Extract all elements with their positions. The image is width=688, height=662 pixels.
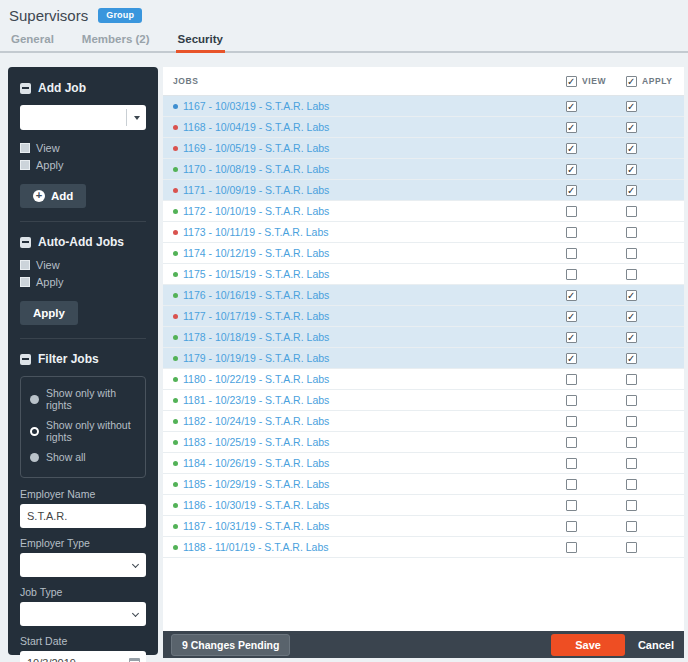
apply-checkbox[interactable] [20, 160, 30, 170]
auto-apply-checkbox-row[interactable]: Apply [20, 276, 146, 288]
apply-checkbox[interactable] [626, 311, 637, 322]
apply-checkbox[interactable] [626, 269, 637, 280]
job-combobox-input[interactable] [20, 105, 126, 130]
view-checkbox[interactable] [566, 143, 577, 154]
apply-checkbox[interactable] [626, 206, 637, 217]
changes-pending-button[interactable]: 9 Changes Pending [171, 634, 290, 656]
add-button[interactable]: Add [20, 184, 86, 208]
calendar-icon[interactable] [129, 658, 140, 662]
view-checkbox[interactable] [566, 416, 577, 427]
view-checkbox[interactable] [566, 353, 577, 364]
job-link[interactable]: 1181 - 10/23/19 - S.T.A.R. Labs [163, 394, 566, 406]
radio-button[interactable] [30, 427, 39, 436]
job-link[interactable]: 1168 - 10/04/19 - S.T.A.R. Labs [163, 121, 566, 133]
apply-header-checkbox[interactable] [626, 76, 637, 87]
cancel-button[interactable]: Cancel [638, 639, 674, 651]
view-checkbox[interactable] [566, 185, 577, 196]
view-checkbox[interactable] [566, 248, 577, 259]
radio-option[interactable]: Show only without rights [30, 419, 136, 443]
job-combobox[interactable] [20, 105, 146, 130]
radio-button[interactable] [30, 453, 39, 462]
collapse-icon[interactable] [20, 237, 31, 248]
job-link[interactable]: 1174 - 10/12/19 - S.T.A.R. Labs [163, 247, 566, 259]
job-link[interactable]: 1180 - 10/22/19 - S.T.A.R. Labs [163, 373, 566, 385]
job-link[interactable]: 1172 - 10/10/19 - S.T.A.R. Labs [163, 205, 566, 217]
apply-checkbox[interactable] [626, 500, 637, 511]
view-checkbox[interactable] [20, 143, 30, 153]
job-link[interactable]: 1169 - 10/05/19 - S.T.A.R. Labs [163, 142, 566, 154]
view-checkbox[interactable] [566, 395, 577, 406]
job-link[interactable]: 1185 - 10/29/19 - S.T.A.R. Labs [163, 478, 566, 490]
view-checkbox[interactable] [566, 269, 577, 280]
apply-checkbox[interactable] [20, 277, 30, 287]
add-apply-checkbox-row[interactable]: Apply [20, 159, 146, 171]
apply-checkbox[interactable] [626, 416, 637, 427]
job-link[interactable]: 1188 - 11/01/19 - S.T.A.R. Labs [163, 541, 566, 553]
view-checkbox[interactable] [566, 164, 577, 175]
apply-checkbox[interactable] [626, 374, 637, 385]
view-checkbox[interactable] [566, 437, 577, 448]
auto-view-checkbox-row[interactable]: View [20, 259, 146, 271]
filter-section-header[interactable]: Filter Jobs [20, 352, 146, 366]
job-link[interactable]: 1171 - 10/09/19 - S.T.A.R. Labs [163, 184, 566, 196]
view-checkbox[interactable] [566, 122, 577, 133]
auto-apply-button[interactable]: Apply [20, 301, 78, 325]
add-job-section-header[interactable]: Add Job [20, 81, 146, 95]
view-checkbox[interactable] [566, 500, 577, 511]
view-checkbox[interactable] [566, 374, 577, 385]
apply-checkbox[interactable] [626, 164, 637, 175]
job-link[interactable]: 1178 - 10/18/19 - S.T.A.R. Labs [163, 331, 566, 343]
employer-type-select[interactable] [20, 553, 146, 577]
view-header-checkbox[interactable] [566, 76, 577, 87]
apply-checkbox[interactable] [626, 395, 637, 406]
apply-checkbox[interactable] [626, 437, 637, 448]
apply-checkbox[interactable] [626, 122, 637, 133]
radio-option[interactable]: Show only with rights [30, 387, 136, 411]
apply-checkbox[interactable] [626, 185, 637, 196]
tab-members-2[interactable]: Members (2) [80, 30, 152, 51]
tab-security[interactable]: Security [176, 30, 225, 53]
apply-checkbox[interactable] [626, 332, 637, 343]
job-link[interactable]: 1177 - 10/17/19 - S.T.A.R. Labs [163, 310, 566, 322]
radio-button[interactable] [30, 395, 39, 404]
employer-name-input[interactable] [20, 504, 146, 528]
apply-checkbox[interactable] [626, 227, 637, 238]
view-checkbox[interactable] [566, 290, 577, 301]
apply-checkbox[interactable] [626, 101, 637, 112]
apply-checkbox[interactable] [626, 542, 637, 553]
job-type-select[interactable] [20, 602, 146, 626]
view-checkbox[interactable] [566, 458, 577, 469]
apply-checkbox[interactable] [626, 479, 637, 490]
view-checkbox[interactable] [566, 542, 577, 553]
view-checkbox[interactable] [566, 521, 577, 532]
apply-checkbox[interactable] [626, 458, 637, 469]
collapse-icon[interactable] [20, 83, 31, 94]
apply-checkbox[interactable] [626, 353, 637, 364]
collapse-icon[interactable] [20, 354, 31, 365]
view-checkbox[interactable] [566, 479, 577, 490]
view-checkbox[interactable] [566, 101, 577, 112]
job-link[interactable]: 1183 - 10/25/19 - S.T.A.R. Labs [163, 436, 566, 448]
view-checkbox[interactable] [566, 332, 577, 343]
apply-checkbox[interactable] [626, 521, 637, 532]
view-checkbox[interactable] [566, 227, 577, 238]
job-link[interactable]: 1182 - 10/24/19 - S.T.A.R. Labs [163, 415, 566, 427]
view-checkbox[interactable] [566, 311, 577, 322]
job-link[interactable]: 1176 - 10/16/19 - S.T.A.R. Labs [163, 289, 566, 301]
radio-option[interactable]: Show all [30, 451, 136, 463]
add-view-checkbox-row[interactable]: View [20, 142, 146, 154]
save-button[interactable]: Save [551, 634, 625, 656]
apply-checkbox[interactable] [626, 143, 637, 154]
job-link[interactable]: 1186 - 10/30/19 - S.T.A.R. Labs [163, 499, 566, 511]
combobox-caret[interactable] [126, 109, 146, 126]
auto-add-section-header[interactable]: Auto-Add Jobs [20, 235, 146, 249]
job-link[interactable]: 1175 - 10/15/19 - S.T.A.R. Labs [163, 268, 566, 280]
tab-general[interactable]: General [9, 30, 56, 51]
job-link[interactable]: 1179 - 10/19/19 - S.T.A.R. Labs [163, 352, 566, 364]
view-checkbox[interactable] [20, 260, 30, 270]
job-link[interactable]: 1167 - 10/03/19 - S.T.A.R. Labs [163, 100, 566, 112]
job-link[interactable]: 1184 - 10/26/19 - S.T.A.R. Labs [163, 457, 566, 469]
start-date-input[interactable] [20, 651, 146, 662]
job-link[interactable]: 1173 - 10/11/19 - S.T.A.R. Labs [163, 226, 566, 238]
job-link[interactable]: 1187 - 10/31/19 - S.T.A.R. Labs [163, 520, 566, 532]
